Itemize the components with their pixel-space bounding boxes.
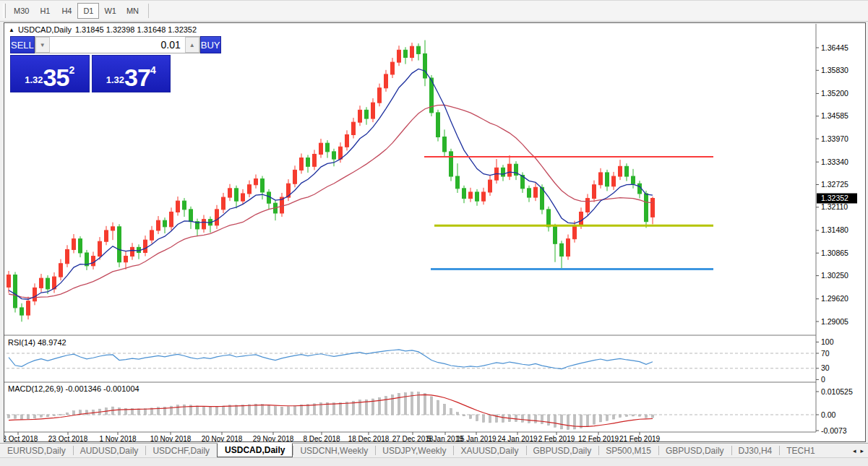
candle-body-bear — [417, 46, 421, 53]
tab-usdjpy-weekly[interactable]: USDJPY,Weekly — [375, 444, 453, 457]
macd-histogram-bar — [242, 405, 244, 415]
macd-histogram-bar — [236, 405, 238, 415]
candle-body-bull — [176, 201, 180, 212]
macd-histogram-bar — [53, 415, 56, 416]
macd-histogram-bar — [392, 395, 394, 415]
price-axis-label: 1.33970 — [821, 134, 848, 143]
tab-gbpusd-daily[interactable]: GBPUSD,Daily — [526, 444, 599, 457]
timeframe-button-mn[interactable]: MN — [121, 3, 144, 19]
macd-histogram-bar — [294, 406, 296, 415]
macd-histogram-bar — [632, 415, 635, 416]
tab-scroll-controls: ◂ ▸ — [853, 444, 868, 457]
tab-audusd-daily[interactable]: AUDUSD,Daily — [73, 444, 146, 457]
candle-body-bull — [319, 143, 323, 154]
tab-usdchf-daily[interactable]: USDCHF,Daily — [145, 444, 217, 457]
chart-canvas[interactable]: 1.364451.358301.352001.345851.339701.333… — [4, 23, 865, 441]
macd-histogram-bar — [424, 394, 426, 415]
date-axis-label: 24 Jan 2019 — [497, 435, 537, 442]
toolbar-drag-handle[interactable] — [3, 4, 6, 18]
macd-histogram-bar — [40, 415, 43, 417]
candle-body-bull — [254, 179, 258, 185]
price-axis-label: 1.29005 — [821, 317, 848, 326]
macd-histogram-bar — [268, 405, 270, 415]
macd-histogram-bar — [60, 415, 62, 415]
candle-body-bear — [528, 189, 531, 197]
date-axis-label: 1 Nov 2018 — [99, 435, 137, 442]
macd-histogram-bar — [262, 405, 264, 415]
tab-scroll-left-icon[interactable]: ◂ — [853, 447, 856, 454]
timeframe-button-d1[interactable]: D1 — [77, 3, 99, 19]
chart-window[interactable]: ▲ USDCAD,Daily 1.31845 1.32398 1.31648 1… — [4, 22, 866, 442]
toolbar-separator — [148, 4, 149, 18]
date-axis-label: 12 Feb 2019 — [578, 435, 619, 442]
rsi-line — [9, 350, 653, 369]
timeframe-button-m30[interactable]: M30 — [9, 3, 34, 19]
macd-histogram-bar — [8, 415, 10, 418]
timeframe-button-h4[interactable]: H4 — [56, 3, 77, 19]
candle-body-bull — [371, 103, 375, 118]
macd-histogram-bar — [470, 415, 472, 418]
candle-body-bull — [111, 227, 115, 230]
candle-body-bear — [625, 166, 629, 176]
candle-body-bull — [202, 220, 206, 229]
macd-histogram-bar — [184, 405, 186, 415]
tab-tech1[interactable]: TECH1 — [779, 444, 822, 457]
macd-histogram-bar — [86, 410, 88, 415]
macd-axis-label: 0.010525 — [821, 387, 853, 396]
macd-histogram-bar — [567, 415, 570, 430]
macd-histogram-bar — [66, 413, 69, 415]
tab-usdcad-daily[interactable]: USDCAD,Daily — [217, 443, 293, 457]
candle-body-bear — [502, 168, 505, 176]
tab-gbpusd-daily[interactable]: GBPUSD,Daily — [658, 444, 731, 457]
macd-histogram-bar — [580, 415, 583, 428]
macd-histogram-bar — [346, 402, 348, 415]
candle-body-bull — [228, 189, 232, 197]
price-axis-label: 1.29620 — [821, 294, 848, 303]
macd-histogram-bar — [528, 415, 530, 423]
candle-body-bear — [306, 158, 310, 167]
candle-body-bull — [124, 256, 128, 262]
price-axis-label: 1.30865 — [821, 249, 848, 257]
tab-eurusd-daily[interactable]: EURUSD,Daily — [0, 444, 73, 457]
macd-axis-label: 0.00 — [821, 410, 836, 419]
candle-body-bull — [508, 164, 512, 176]
candle-body-bull — [398, 50, 401, 62]
candle-body-bull — [593, 185, 596, 199]
tab-usdcnh-weekly[interactable]: USDCNH,Weekly — [293, 444, 375, 457]
macd-histogram-bar — [138, 409, 140, 415]
macd-histogram-bar — [307, 405, 309, 415]
macd-histogram-bar — [515, 415, 517, 422]
timeframe-button-w1[interactable]: W1 — [99, 3, 121, 19]
macd-histogram-bar — [340, 402, 342, 415]
price-axis-label: 1.36445 — [821, 43, 848, 52]
rsi-axis-label: 70 — [821, 349, 830, 358]
candle-body-bull — [482, 192, 486, 201]
macd-histogram-bar — [210, 407, 212, 415]
candle-body-bull — [534, 187, 538, 197]
tab-sp500-m15[interactable]: SP500,M15 — [598, 444, 658, 457]
tab-xauusd-daily[interactable]: XAUUSD,Daily — [453, 444, 525, 457]
price-axis-label: 1.35830 — [821, 66, 848, 74]
macd-histogram-bar — [554, 415, 557, 427]
macd-histogram-bar — [606, 415, 609, 420]
tab-dj30-h4[interactable]: DJ30,H4 — [731, 444, 780, 457]
date-axis-label: 15 Jan 2019 — [456, 435, 496, 442]
timeframe-buttons: M30H1H4D1W1MN — [9, 3, 144, 19]
date-axis-label: 20 Nov 2018 — [202, 435, 243, 442]
candle-body-bull — [391, 62, 395, 74]
timeframe-button-h1[interactable]: H1 — [34, 3, 56, 19]
candle-body-bull — [300, 158, 304, 171]
candle-body-bear — [645, 194, 648, 222]
macd-histogram-bar — [619, 415, 622, 418]
candle-body-bull — [573, 225, 577, 239]
symbol-tab-bar: EURUSD,DailyAUDUSD,DailyUSDCHF,DailyUSDC… — [0, 443, 868, 457]
tab-scroll-right-icon[interactable]: ▸ — [860, 447, 864, 454]
current-price-text: 1.32352 — [821, 194, 848, 202]
candle-body-bear — [547, 210, 551, 227]
date-axis-label: 10 Nov 2018 — [150, 435, 192, 442]
candle-body-bull — [66, 249, 69, 263]
macd-histogram-bar — [73, 411, 75, 415]
candle-body-bull — [586, 199, 590, 212]
price-axis-label: 1.32110 — [821, 202, 848, 211]
date-axis-label: 23 Oct 2018 — [48, 435, 88, 442]
